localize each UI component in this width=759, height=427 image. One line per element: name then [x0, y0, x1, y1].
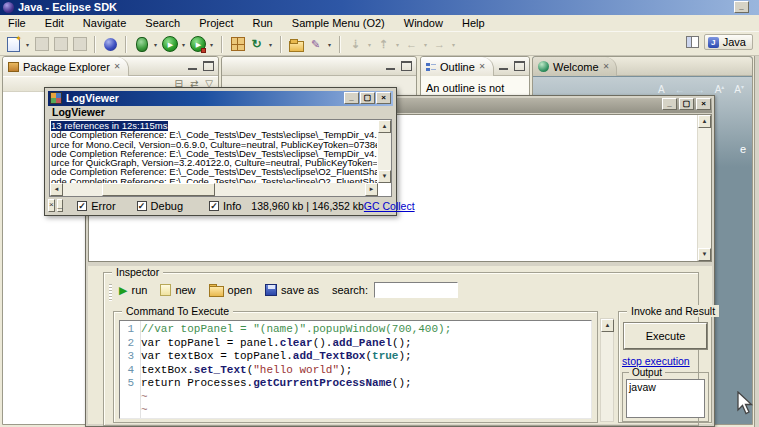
log-horizontal-scrollbar[interactable]: ◄ ►: [50, 183, 378, 196]
new-wizard-icon[interactable]: [5, 36, 22, 53]
save-as-icon[interactable]: [265, 284, 277, 296]
popup-vertical-scrollbar[interactable]: ▲ ▼: [697, 115, 711, 261]
run-dropdown-icon[interactable]: ▾: [180, 41, 187, 48]
previous-annotation-dropdown-icon[interactable]: ▾: [394, 41, 401, 48]
maximize-view-icon[interactable]: [203, 61, 214, 71]
search-input[interactable]: [374, 282, 458, 298]
scroll-down-button[interactable]: ▼: [378, 170, 391, 183]
brush-dropdown-icon[interactable]: ▾: [326, 41, 333, 48]
code-editor-scrollbar[interactable]: ▲: [600, 318, 614, 422]
scroll-up-button[interactable]: ▲: [378, 120, 391, 133]
reduce-font-icon[interactable]: A▴: [715, 83, 725, 95]
tab-outline[interactable]: Outline ✕: [421, 57, 494, 76]
back-dropdown-icon[interactable]: ▾: [422, 41, 429, 48]
menu-window[interactable]: Window: [396, 15, 451, 29]
back-icon[interactable]: ←: [403, 36, 420, 53]
scroll-right-button[interactable]: ►: [365, 183, 378, 196]
check-icon: ✓: [210, 201, 218, 211]
perspective-java-button[interactable]: J Java: [704, 34, 753, 50]
open-type-icon[interactable]: [288, 36, 305, 53]
run-script-icon[interactable]: ▶: [119, 284, 127, 297]
code-editor[interactable]: 1//var topPanel = "(name)".popupWindow(7…: [119, 320, 592, 419]
logviewer-titlebar[interactable]: LogViewer _ ▢ ×: [48, 91, 393, 106]
save-all-icon[interactable]: [52, 36, 69, 53]
open-perspective-icon[interactable]: [686, 36, 699, 48]
scroll-up-button[interactable]: ▲: [601, 319, 614, 332]
menu-project[interactable]: Project: [191, 15, 241, 29]
menu-search[interactable]: Search: [137, 15, 188, 29]
save-as-button[interactable]: save as: [281, 284, 319, 296]
info-checkbox[interactable]: ✓: [209, 201, 219, 211]
popup-minimize-button[interactable]: _: [662, 98, 677, 110]
scroll-up-button[interactable]: ▲: [698, 115, 711, 128]
refresh-icon[interactable]: ↻: [248, 36, 265, 53]
forward-icon[interactable]: →: [431, 36, 448, 53]
save-icon[interactable]: [33, 36, 50, 53]
new-dropdown-icon[interactable]: ▾: [24, 41, 31, 48]
scroll-left-button[interactable]: ◄: [50, 183, 63, 196]
maximize-view-icon[interactable]: [401, 61, 412, 71]
outline-icon: [426, 62, 436, 72]
stop-execution-link[interactable]: stop execution: [622, 355, 690, 367]
run-icon[interactable]: ▶: [161, 36, 178, 53]
minimize-view-icon[interactable]: [385, 61, 396, 71]
home-icon[interactable]: A: [658, 84, 665, 95]
debug-icon[interactable]: [133, 36, 150, 53]
brush-icon[interactable]: ✎: [307, 36, 324, 53]
logviewer-maximize-button[interactable]: ▢: [360, 92, 375, 104]
clear-log-button[interactable]: ×: [48, 199, 55, 212]
previous-annotation-icon[interactable]: ⇡: [375, 36, 392, 53]
new-script-icon[interactable]: [160, 284, 171, 296]
minimize-log-button[interactable]: _: [57, 199, 63, 212]
window-right-border: [754, 56, 759, 427]
popup-maximize-button[interactable]: ▢: [679, 98, 694, 110]
open-script-button[interactable]: open: [228, 284, 252, 296]
window-minimize-button[interactable]: _: [734, 1, 749, 13]
menu-navigate[interactable]: Navigate: [75, 15, 134, 29]
logviewer-menubar: LogViewer: [48, 106, 393, 119]
error-checkbox[interactable]: ✓: [77, 201, 87, 211]
tab-package-explorer[interactable]: Package Explorer ✕: [3, 57, 129, 76]
refresh-dropdown-icon[interactable]: ▾: [267, 41, 274, 48]
tab-welcome[interactable]: Welcome ✕: [533, 57, 617, 76]
run-external-tool-icon[interactable]: ▶: [189, 36, 206, 53]
new-java-project-icon[interactable]: [229, 36, 246, 53]
maximize-view-icon[interactable]: [514, 61, 525, 71]
nav-forward-icon[interactable]: →: [695, 84, 705, 95]
enlarge-font-icon[interactable]: A▾: [734, 83, 744, 95]
menu-run[interactable]: Run: [245, 15, 281, 29]
log-listbox[interactable]: 13 references in 12s:115ms ode Completio…: [49, 119, 392, 197]
menu-file[interactable]: File: [0, 15, 34, 29]
log-vertical-scrollbar[interactable]: ▲ ▼: [378, 120, 391, 183]
logviewer-menu-item[interactable]: LogViewer: [52, 106, 105, 118]
toolbar-grip[interactable]: [109, 284, 112, 301]
minimize-view-icon[interactable]: [187, 61, 198, 71]
close-icon[interactable]: ✕: [603, 62, 610, 71]
close-icon[interactable]: ✕: [114, 62, 121, 71]
external-tool-dropdown-icon[interactable]: ▾: [208, 41, 215, 48]
print-icon[interactable]: [71, 36, 88, 53]
logviewer-minimize-button[interactable]: _: [344, 92, 359, 104]
close-icon[interactable]: ✕: [479, 62, 486, 71]
scroll-right-icon: ►: [369, 186, 375, 192]
nav-back-icon[interactable]: ←: [675, 84, 685, 95]
execute-button[interactable]: Execute: [624, 323, 707, 349]
run-script-button[interactable]: run: [131, 284, 147, 296]
menu-sample-menu-o2[interactable]: Sample Menu (O2): [284, 15, 393, 29]
gc-collect-link[interactable]: GC Collect: [364, 200, 415, 212]
menu-edit[interactable]: Edit: [37, 15, 72, 29]
next-annotation-icon[interactable]: ⇣: [347, 36, 364, 53]
popup-close-button[interactable]: ×: [696, 98, 711, 110]
o2-sphere-icon[interactable]: [102, 36, 119, 53]
debug-checkbox[interactable]: ✓: [137, 201, 147, 211]
new-script-button[interactable]: new: [175, 284, 195, 296]
menu-help[interactable]: Help: [454, 15, 493, 29]
minimize-view-icon[interactable]: [498, 61, 509, 71]
forward-dropdown-icon[interactable]: ▾: [450, 41, 457, 48]
scrollbar-thumb[interactable]: [102, 183, 215, 196]
open-script-icon[interactable]: [209, 284, 224, 296]
next-annotation-dropdown-icon[interactable]: ▾: [366, 41, 373, 48]
logviewer-close-button[interactable]: ×: [376, 92, 391, 104]
scroll-down-button[interactable]: ▼: [698, 248, 711, 261]
debug-dropdown-icon[interactable]: ▾: [152, 41, 159, 48]
